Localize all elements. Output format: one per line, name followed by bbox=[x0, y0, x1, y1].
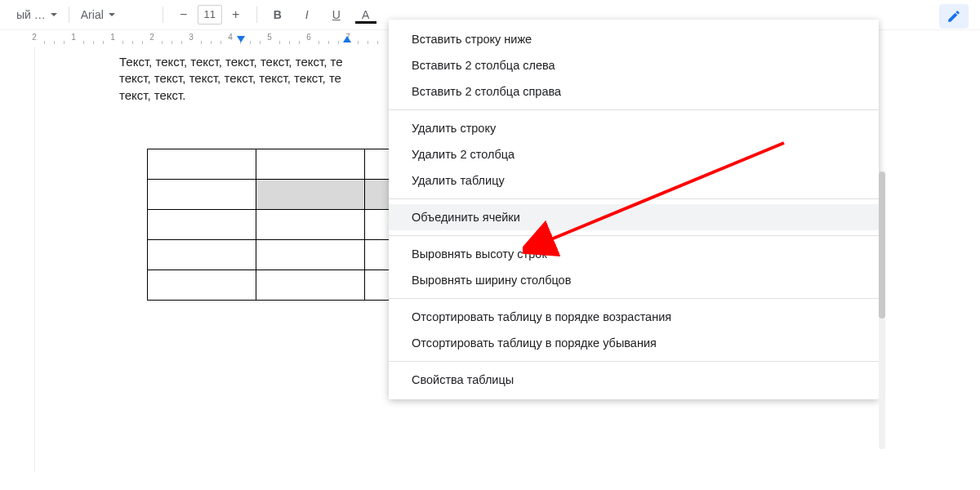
style-dropdown[interactable]: ый … bbox=[11, 4, 62, 25]
paragraph-line: текст, текст. bbox=[119, 88, 185, 102]
ruler-tick bbox=[377, 41, 378, 44]
ruler-tick bbox=[328, 41, 329, 44]
ruler-tick bbox=[289, 41, 290, 44]
ruler-number: 2 bbox=[149, 33, 154, 42]
table-cell[interactable] bbox=[148, 149, 256, 180]
table-cell[interactable] bbox=[256, 240, 365, 270]
pencil-icon bbox=[947, 9, 961, 24]
context-menu-separator bbox=[389, 298, 879, 299]
italic-button[interactable]: I bbox=[293, 4, 321, 25]
ruler-tick bbox=[93, 41, 94, 44]
ruler-tick bbox=[44, 41, 45, 44]
font-size-input[interactable]: 11 bbox=[198, 5, 222, 24]
ruler-number: 4 bbox=[228, 33, 233, 42]
scrollbar-thumb[interactable] bbox=[879, 172, 885, 318]
style-label: ый … bbox=[16, 8, 46, 21]
ruler-tick bbox=[358, 41, 359, 44]
context-menu-item[interactable]: Удалить строку bbox=[389, 115, 879, 141]
first-line-indent-marker[interactable] bbox=[237, 36, 245, 42]
context-menu-item[interactable]: Вставить 2 столбца слева bbox=[389, 52, 879, 78]
ruler-tick bbox=[368, 41, 368, 44]
context-menu-separator bbox=[389, 109, 879, 110]
chevron-down-icon bbox=[109, 13, 115, 16]
ruler-tick bbox=[211, 41, 212, 44]
ruler-tick bbox=[181, 41, 182, 44]
ruler-number: 5 bbox=[267, 33, 272, 42]
text-color-button[interactable]: A bbox=[352, 4, 380, 25]
ruler-tick bbox=[83, 41, 84, 44]
table-cell[interactable] bbox=[256, 210, 365, 240]
ruler-tick bbox=[279, 41, 280, 44]
ruler-tick bbox=[142, 41, 143, 44]
table-cell[interactable] bbox=[256, 270, 365, 301]
context-menu-item[interactable]: Удалить таблицу bbox=[389, 167, 879, 194]
tab-stop-marker[interactable] bbox=[343, 36, 351, 42]
separator bbox=[256, 7, 257, 23]
font-size-group: − 11 + bbox=[170, 5, 250, 24]
context-menu-separator bbox=[389, 235, 879, 236]
ruler-tick bbox=[162, 41, 163, 44]
text-color-label: A bbox=[362, 8, 369, 21]
table-cell[interactable] bbox=[148, 180, 256, 210]
ruler-tick bbox=[103, 41, 104, 44]
ruler-tick bbox=[338, 41, 339, 44]
ruler-number: 6 bbox=[306, 33, 311, 42]
underline-button[interactable]: U bbox=[323, 4, 350, 25]
ruler-tick bbox=[260, 41, 261, 44]
table-cell[interactable] bbox=[148, 240, 256, 270]
paragraph-line: Текст, текст, текст, текст, текст, текст… bbox=[119, 55, 343, 69]
paragraph-line: текст, текст, текст, текст, текст, текст… bbox=[119, 71, 341, 85]
table-cell[interactable] bbox=[148, 210, 256, 240]
scrollbar[interactable] bbox=[879, 172, 885, 449]
page-left-edge bbox=[26, 47, 35, 472]
context-menu-item[interactable]: Объединить ячейки bbox=[389, 204, 879, 230]
ruler-tick bbox=[250, 41, 251, 44]
table-cell[interactable] bbox=[256, 149, 365, 180]
font-label: Arial bbox=[81, 8, 104, 21]
ruler-tick bbox=[64, 41, 65, 44]
ruler-number: 1 bbox=[71, 33, 76, 42]
context-menu-item[interactable]: Вставить 2 столбца справа bbox=[389, 78, 879, 105]
context-menu-item[interactable]: Удалить 2 столбца bbox=[389, 141, 879, 167]
font-dropdown[interactable]: Arial bbox=[76, 4, 156, 25]
separator bbox=[69, 7, 69, 23]
table-cell[interactable] bbox=[256, 180, 365, 210]
table-cell[interactable] bbox=[148, 270, 256, 301]
separator bbox=[163, 7, 163, 23]
context-menu-separator bbox=[389, 198, 879, 199]
chevron-down-icon bbox=[51, 13, 57, 16]
context-menu-item[interactable]: Вставить строку ниже bbox=[389, 26, 879, 52]
context-menu-separator bbox=[389, 361, 879, 362]
text-color-indicator bbox=[355, 21, 376, 24]
font-size-increase[interactable]: + bbox=[222, 5, 250, 24]
context-menu: Вставить строку нижеВставить 2 столбца с… bbox=[389, 20, 879, 399]
ruler-tick bbox=[318, 41, 319, 44]
ruler-tick bbox=[122, 41, 123, 44]
ruler-number: 3 bbox=[189, 33, 194, 42]
context-menu-item[interactable]: Выровнять высоту строк bbox=[389, 241, 879, 267]
ruler-tick bbox=[172, 41, 172, 44]
context-menu-item[interactable]: Отсортировать таблицу в порядке убывания bbox=[389, 330, 879, 356]
body-paragraph[interactable]: Текст, текст, текст, текст, текст, текст… bbox=[38, 54, 413, 104]
context-menu-item[interactable]: Отсортировать таблицу в порядке возраста… bbox=[389, 304, 879, 330]
ruler-number: 1 bbox=[110, 33, 115, 42]
ruler-tick bbox=[132, 41, 133, 44]
font-size-decrease[interactable]: − bbox=[170, 5, 198, 24]
ruler-tick bbox=[299, 41, 300, 44]
edit-mode-button[interactable] bbox=[939, 4, 969, 29]
ruler-number: 2 bbox=[32, 33, 37, 42]
context-menu-item[interactable]: Выровнять ширину столбцов bbox=[389, 267, 879, 293]
ruler-tick bbox=[54, 41, 55, 44]
ruler-tick bbox=[220, 41, 221, 44]
bold-button[interactable]: B bbox=[264, 4, 292, 25]
ruler-tick bbox=[201, 41, 202, 44]
context-menu-item[interactable]: Свойства таблицы bbox=[389, 367, 879, 393]
